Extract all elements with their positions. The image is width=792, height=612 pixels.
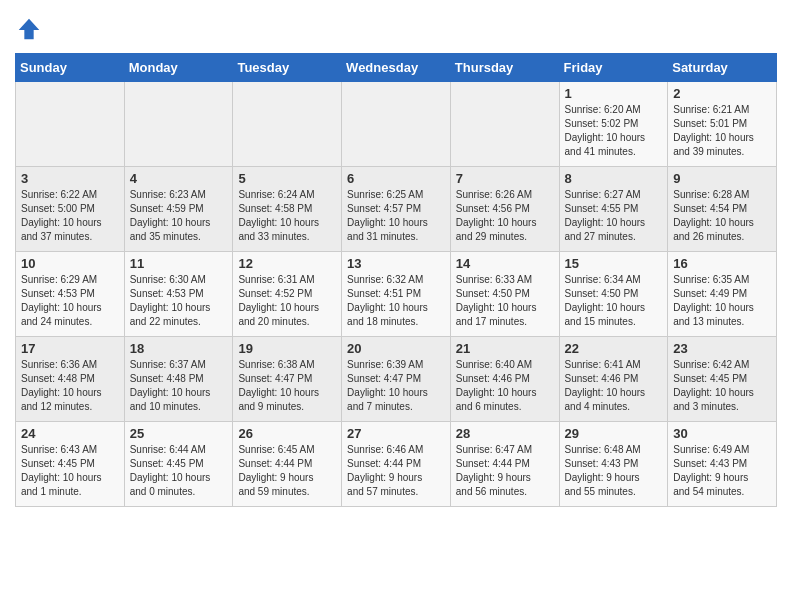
- day-info: Sunrise: 6:38 AM Sunset: 4:47 PM Dayligh…: [238, 358, 336, 414]
- week-row-4: 17Sunrise: 6:36 AM Sunset: 4:48 PM Dayli…: [16, 337, 777, 422]
- day-cell: 4Sunrise: 6:23 AM Sunset: 4:59 PM Daylig…: [124, 167, 233, 252]
- day-number: 5: [238, 171, 336, 186]
- day-number: 24: [21, 426, 119, 441]
- day-number: 28: [456, 426, 554, 441]
- day-cell: 15Sunrise: 6:34 AM Sunset: 4:50 PM Dayli…: [559, 252, 668, 337]
- day-number: 25: [130, 426, 228, 441]
- day-info: Sunrise: 6:24 AM Sunset: 4:58 PM Dayligh…: [238, 188, 336, 244]
- day-cell: 24Sunrise: 6:43 AM Sunset: 4:45 PM Dayli…: [16, 422, 125, 507]
- day-info: Sunrise: 6:29 AM Sunset: 4:53 PM Dayligh…: [21, 273, 119, 329]
- day-cell: 10Sunrise: 6:29 AM Sunset: 4:53 PM Dayli…: [16, 252, 125, 337]
- day-info: Sunrise: 6:39 AM Sunset: 4:47 PM Dayligh…: [347, 358, 445, 414]
- day-number: 9: [673, 171, 771, 186]
- day-cell: 23Sunrise: 6:42 AM Sunset: 4:45 PM Dayli…: [668, 337, 777, 422]
- day-cell: 1Sunrise: 6:20 AM Sunset: 5:02 PM Daylig…: [559, 82, 668, 167]
- day-info: Sunrise: 6:27 AM Sunset: 4:55 PM Dayligh…: [565, 188, 663, 244]
- day-cell: 29Sunrise: 6:48 AM Sunset: 4:43 PM Dayli…: [559, 422, 668, 507]
- week-row-2: 3Sunrise: 6:22 AM Sunset: 5:00 PM Daylig…: [16, 167, 777, 252]
- day-cell: 6Sunrise: 6:25 AM Sunset: 4:57 PM Daylig…: [342, 167, 451, 252]
- day-info: Sunrise: 6:41 AM Sunset: 4:46 PM Dayligh…: [565, 358, 663, 414]
- day-info: Sunrise: 6:33 AM Sunset: 4:50 PM Dayligh…: [456, 273, 554, 329]
- day-number: 29: [565, 426, 663, 441]
- day-number: 7: [456, 171, 554, 186]
- day-header-wednesday: Wednesday: [342, 54, 451, 82]
- day-info: Sunrise: 6:22 AM Sunset: 5:00 PM Dayligh…: [21, 188, 119, 244]
- day-cell: [342, 82, 451, 167]
- week-row-5: 24Sunrise: 6:43 AM Sunset: 4:45 PM Dayli…: [16, 422, 777, 507]
- day-cell: 16Sunrise: 6:35 AM Sunset: 4:49 PM Dayli…: [668, 252, 777, 337]
- day-cell: 13Sunrise: 6:32 AM Sunset: 4:51 PM Dayli…: [342, 252, 451, 337]
- day-number: 1: [565, 86, 663, 101]
- day-cell: 26Sunrise: 6:45 AM Sunset: 4:44 PM Dayli…: [233, 422, 342, 507]
- day-number: 21: [456, 341, 554, 356]
- day-cell: 9Sunrise: 6:28 AM Sunset: 4:54 PM Daylig…: [668, 167, 777, 252]
- day-number: 14: [456, 256, 554, 271]
- day-number: 17: [21, 341, 119, 356]
- week-row-1: 1Sunrise: 6:20 AM Sunset: 5:02 PM Daylig…: [16, 82, 777, 167]
- day-cell: 21Sunrise: 6:40 AM Sunset: 4:46 PM Dayli…: [450, 337, 559, 422]
- day-cell: 18Sunrise: 6:37 AM Sunset: 4:48 PM Dayli…: [124, 337, 233, 422]
- day-number: 27: [347, 426, 445, 441]
- calendar-header-row: SundayMondayTuesdayWednesdayThursdayFrid…: [16, 54, 777, 82]
- day-info: Sunrise: 6:47 AM Sunset: 4:44 PM Dayligh…: [456, 443, 554, 499]
- day-cell: 12Sunrise: 6:31 AM Sunset: 4:52 PM Dayli…: [233, 252, 342, 337]
- day-info: Sunrise: 6:43 AM Sunset: 4:45 PM Dayligh…: [21, 443, 119, 499]
- day-cell: 25Sunrise: 6:44 AM Sunset: 4:45 PM Dayli…: [124, 422, 233, 507]
- day-number: 26: [238, 426, 336, 441]
- logo-icon: [15, 15, 43, 43]
- day-cell: [450, 82, 559, 167]
- day-info: Sunrise: 6:32 AM Sunset: 4:51 PM Dayligh…: [347, 273, 445, 329]
- day-cell: [16, 82, 125, 167]
- day-info: Sunrise: 6:49 AM Sunset: 4:43 PM Dayligh…: [673, 443, 771, 499]
- day-number: 3: [21, 171, 119, 186]
- day-number: 16: [673, 256, 771, 271]
- week-row-3: 10Sunrise: 6:29 AM Sunset: 4:53 PM Dayli…: [16, 252, 777, 337]
- day-header-sunday: Sunday: [16, 54, 125, 82]
- day-cell: 27Sunrise: 6:46 AM Sunset: 4:44 PM Dayli…: [342, 422, 451, 507]
- day-cell: 20Sunrise: 6:39 AM Sunset: 4:47 PM Dayli…: [342, 337, 451, 422]
- day-number: 6: [347, 171, 445, 186]
- day-info: Sunrise: 6:37 AM Sunset: 4:48 PM Dayligh…: [130, 358, 228, 414]
- day-info: Sunrise: 6:26 AM Sunset: 4:56 PM Dayligh…: [456, 188, 554, 244]
- day-header-monday: Monday: [124, 54, 233, 82]
- day-info: Sunrise: 6:20 AM Sunset: 5:02 PM Dayligh…: [565, 103, 663, 159]
- day-cell: 5Sunrise: 6:24 AM Sunset: 4:58 PM Daylig…: [233, 167, 342, 252]
- day-number: 20: [347, 341, 445, 356]
- day-info: Sunrise: 6:40 AM Sunset: 4:46 PM Dayligh…: [456, 358, 554, 414]
- day-cell: 8Sunrise: 6:27 AM Sunset: 4:55 PM Daylig…: [559, 167, 668, 252]
- day-number: 11: [130, 256, 228, 271]
- day-cell: 14Sunrise: 6:33 AM Sunset: 4:50 PM Dayli…: [450, 252, 559, 337]
- day-info: Sunrise: 6:21 AM Sunset: 5:01 PM Dayligh…: [673, 103, 771, 159]
- day-header-friday: Friday: [559, 54, 668, 82]
- day-cell: 3Sunrise: 6:22 AM Sunset: 5:00 PM Daylig…: [16, 167, 125, 252]
- day-info: Sunrise: 6:35 AM Sunset: 4:49 PM Dayligh…: [673, 273, 771, 329]
- day-header-saturday: Saturday: [668, 54, 777, 82]
- day-number: 30: [673, 426, 771, 441]
- day-info: Sunrise: 6:44 AM Sunset: 4:45 PM Dayligh…: [130, 443, 228, 499]
- day-cell: 17Sunrise: 6:36 AM Sunset: 4:48 PM Dayli…: [16, 337, 125, 422]
- day-number: 2: [673, 86, 771, 101]
- day-cell: 30Sunrise: 6:49 AM Sunset: 4:43 PM Dayli…: [668, 422, 777, 507]
- svg-marker-0: [19, 19, 40, 40]
- day-number: 22: [565, 341, 663, 356]
- day-info: Sunrise: 6:48 AM Sunset: 4:43 PM Dayligh…: [565, 443, 663, 499]
- day-cell: 22Sunrise: 6:41 AM Sunset: 4:46 PM Dayli…: [559, 337, 668, 422]
- day-info: Sunrise: 6:28 AM Sunset: 4:54 PM Dayligh…: [673, 188, 771, 244]
- day-info: Sunrise: 6:36 AM Sunset: 4:48 PM Dayligh…: [21, 358, 119, 414]
- day-info: Sunrise: 6:34 AM Sunset: 4:50 PM Dayligh…: [565, 273, 663, 329]
- day-cell: 2Sunrise: 6:21 AM Sunset: 5:01 PM Daylig…: [668, 82, 777, 167]
- day-header-thursday: Thursday: [450, 54, 559, 82]
- day-info: Sunrise: 6:25 AM Sunset: 4:57 PM Dayligh…: [347, 188, 445, 244]
- day-number: 10: [21, 256, 119, 271]
- logo: [15, 15, 47, 43]
- day-cell: 11Sunrise: 6:30 AM Sunset: 4:53 PM Dayli…: [124, 252, 233, 337]
- day-info: Sunrise: 6:31 AM Sunset: 4:52 PM Dayligh…: [238, 273, 336, 329]
- day-number: 15: [565, 256, 663, 271]
- day-info: Sunrise: 6:23 AM Sunset: 4:59 PM Dayligh…: [130, 188, 228, 244]
- day-info: Sunrise: 6:46 AM Sunset: 4:44 PM Dayligh…: [347, 443, 445, 499]
- day-number: 4: [130, 171, 228, 186]
- calendar-table: SundayMondayTuesdayWednesdayThursdayFrid…: [15, 53, 777, 507]
- day-cell: [233, 82, 342, 167]
- day-cell: 7Sunrise: 6:26 AM Sunset: 4:56 PM Daylig…: [450, 167, 559, 252]
- day-number: 12: [238, 256, 336, 271]
